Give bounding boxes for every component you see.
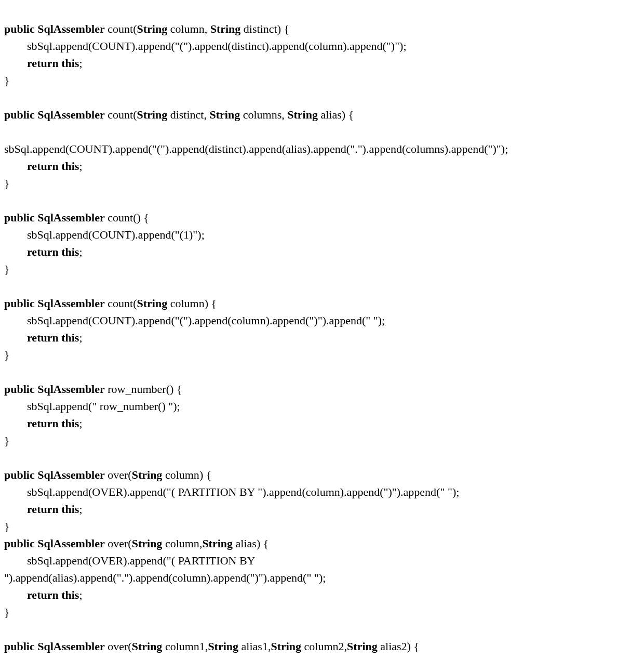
param-name: column1 xyxy=(165,640,205,653)
code-line: sbSql.append(" row_number() "); xyxy=(27,400,180,413)
method-name: over xyxy=(108,640,128,653)
param-type: String xyxy=(137,22,167,35)
code-line: sbSql.append(OVER).append("( PARTITION B… xyxy=(27,554,255,567)
keyword-public: public xyxy=(4,537,35,550)
return-statement: return this xyxy=(27,57,79,70)
param-name: column xyxy=(165,468,199,481)
code-line: sbSql.append(COUNT).append("(1)"); xyxy=(27,228,205,241)
code-line: sbSql.append(COUNT).append("(").append(c… xyxy=(27,314,385,327)
param-type: String xyxy=(208,640,238,653)
param-name: column xyxy=(170,22,205,35)
return-statement: return this xyxy=(27,160,79,173)
param-name: column2 xyxy=(304,640,344,653)
param-name: alias xyxy=(236,537,257,550)
keyword-public: public xyxy=(4,22,35,35)
param-type: String xyxy=(202,537,233,550)
param-name: alias1 xyxy=(242,640,268,653)
keyword-public: public xyxy=(4,640,35,653)
param-name: distinct xyxy=(170,108,204,121)
method-name: count xyxy=(108,211,133,224)
param-type: String xyxy=(137,297,167,310)
param-name: column xyxy=(170,297,205,310)
param-type: String xyxy=(132,468,163,481)
return-statement: return this xyxy=(27,417,79,430)
param-name: distinct xyxy=(244,22,277,35)
param-type: String xyxy=(347,640,378,653)
method-name: over xyxy=(108,468,128,481)
return-type: SqlAssembler xyxy=(37,640,105,653)
code-line: sbSql.append(OVER).append("( PARTITION B… xyxy=(27,485,459,498)
param-type: String xyxy=(287,108,318,121)
param-type: String xyxy=(132,537,163,550)
method-name: count xyxy=(108,108,133,121)
code-line: sbSql.append(COUNT).append("(").append(d… xyxy=(4,142,508,155)
param-name: alias xyxy=(320,108,341,121)
param-name: alias2 xyxy=(380,640,407,653)
code-line: ").append(alias).append(".").append(colu… xyxy=(4,571,326,584)
keyword-public: public xyxy=(4,297,35,310)
return-type: SqlAssembler xyxy=(37,468,105,481)
return-type: SqlAssembler xyxy=(37,383,105,396)
method-name: row_number xyxy=(108,383,166,396)
return-statement: return this xyxy=(27,331,79,344)
param-type: String xyxy=(209,108,240,121)
param-name: columns xyxy=(243,108,282,121)
code-block: public SqlAssembler count(String column,… xyxy=(4,3,640,658)
keyword-public: public xyxy=(4,211,35,224)
return-type: SqlAssembler xyxy=(37,108,105,121)
param-type: String xyxy=(137,108,167,121)
return-statement: return this xyxy=(27,245,79,258)
param-type: String xyxy=(271,640,301,653)
keyword-public: public xyxy=(4,108,35,121)
code-line: sbSql.append(COUNT).append("(").append(d… xyxy=(27,40,407,52)
method-name: count xyxy=(108,22,133,35)
method-name: over xyxy=(108,537,128,550)
keyword-public: public xyxy=(4,468,35,481)
return-type: SqlAssembler xyxy=(37,537,105,550)
param-type: String xyxy=(210,22,241,35)
return-type: SqlAssembler xyxy=(37,211,105,224)
param-type: String xyxy=(132,640,163,653)
return-statement: return this xyxy=(27,503,79,516)
keyword-public: public xyxy=(4,383,35,396)
return-type: SqlAssembler xyxy=(37,297,105,310)
param-name: column xyxy=(165,537,199,550)
return-type: SqlAssembler xyxy=(37,22,105,35)
method-name: count xyxy=(108,297,133,310)
return-statement: return this xyxy=(27,588,79,601)
